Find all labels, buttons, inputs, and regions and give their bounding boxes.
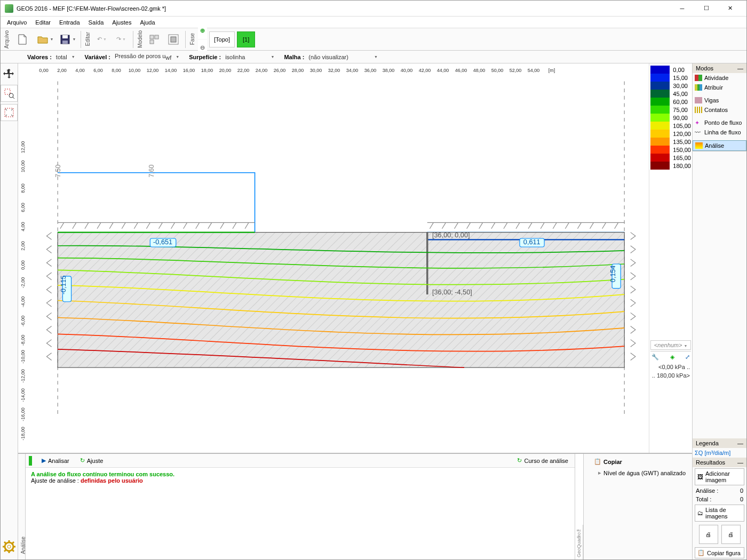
malha-label: Malha :	[284, 54, 304, 60]
legenda-head: Legenda—	[693, 438, 746, 448]
collapse-icon[interactable]: —	[737, 440, 743, 446]
svg-line-49	[442, 222, 446, 228]
message-body: A análise do fluxo contínuo terminou com…	[26, 468, 575, 559]
surpeficie-value[interactable]: isolinha	[223, 54, 247, 60]
legend-range-lo: <0,00 kPa ..	[650, 363, 691, 371]
svg-line-47	[245, 222, 249, 228]
new-file-button[interactable]	[12, 30, 33, 49]
settings-gear[interactable]	[1, 538, 18, 555]
resultados-head: Resultados—	[693, 458, 746, 467]
svg-point-13	[7, 545, 11, 548]
status-indicator	[29, 456, 32, 466]
svg-text:0,611: 0,611	[523, 239, 541, 246]
zoom-tool[interactable]	[1, 85, 18, 102]
collapse-icon[interactable]: —	[737, 65, 743, 71]
menu-editar[interactable]: Editar	[31, 18, 55, 27]
model-button-2[interactable]	[164, 30, 182, 49]
ruler-vertical: -18,00-16,00-14,00-12,00-10,00-8,00-6,00…	[18, 75, 33, 453]
color-legend: 0,0015,0030,0045,0060,0075,0090,00105,00…	[649, 63, 692, 453]
pan-tool[interactable]	[1, 66, 18, 83]
svg-line-63	[615, 222, 618, 228]
ruler-horizontal: 0,002,004,006,008,0010,0012,0014,0016,00…	[33, 63, 649, 75]
mode-vigas[interactable]: Vigas	[693, 95, 746, 105]
svg-rect-4	[155, 35, 158, 39]
malha-value[interactable]: (não visualizar)	[306, 54, 351, 60]
mode-linha-fluxo[interactable]: 〰Linha de fluxo	[693, 127, 746, 137]
svg-line-32	[60, 222, 64, 228]
mode-analise[interactable]: Análise	[693, 140, 746, 151]
svg-line-41	[171, 222, 175, 228]
svg-line-50	[455, 222, 458, 228]
redo-button[interactable]: ↷▼	[112, 30, 130, 49]
menu-saida[interactable]: Saída	[84, 18, 108, 27]
variavel-label: Variável :	[85, 54, 110, 60]
legenda-sigma: ΣQ [m³/dia/m]	[693, 448, 746, 458]
collapse-icon[interactable]: —	[737, 459, 743, 466]
valores-value[interactable]: total	[54, 54, 69, 60]
group-editar-label: Editar	[84, 30, 92, 48]
copiar-figura-button[interactable]: 📋 Copiar figura	[695, 547, 744, 558]
stage-topo[interactable]: [Topo]	[209, 31, 235, 47]
svg-line-45	[220, 222, 224, 228]
menu-ajustes[interactable]: Ajustes	[108, 18, 136, 27]
svg-point-9	[9, 93, 13, 98]
legend-tool-expand[interactable]: ⤢	[685, 354, 690, 361]
svg-rect-3	[150, 35, 154, 39]
svg-line-52	[479, 222, 483, 228]
analisar-button[interactable]: ▶Analisar	[38, 456, 73, 465]
legend-none-select[interactable]: <nenhum> ▼	[650, 340, 691, 350]
svg-line-36	[109, 222, 113, 228]
analise-tab-label: Análise	[19, 533, 27, 557]
undo-button[interactable]: ↶▼	[93, 30, 111, 49]
svg-line-44	[208, 222, 212, 228]
legend-range-hi: .. 180,00 kPa>	[650, 371, 691, 380]
menu-arquivo[interactable]: Arquivo	[3, 18, 31, 27]
valores-label: Valores :	[27, 54, 52, 60]
svg-rect-8	[5, 89, 10, 94]
svg-line-61	[590, 222, 594, 228]
save-file-button[interactable]: ▼	[57, 30, 78, 49]
svg-text:7,60: 7,60	[148, 164, 155, 177]
legend-tool-wrench[interactable]: 🔧	[651, 354, 659, 361]
adicionar-imagem-button[interactable]: 🖼 Adicionar imagem	[695, 468, 744, 485]
menu-bar: Arquivo Editar Entrada Saída Ajustes Aju…	[1, 17, 746, 28]
minimize-button[interactable]: ─	[670, 1, 694, 16]
menu-entrada[interactable]: Entrada	[55, 18, 84, 27]
surpeficie-label: Surpefície :	[189, 54, 221, 60]
fit-tool[interactable]	[1, 104, 18, 121]
svg-line-34	[85, 222, 89, 228]
copy-gwt-item[interactable]: ▸Nível de água (GWT) analizado	[591, 467, 692, 478]
mode-atribuir[interactable]: Atribuir	[693, 83, 746, 92]
ajuste-button[interactable]: ↻Ajuste	[77, 456, 107, 465]
group-fase-label: Fase	[188, 31, 196, 47]
window-title: GEO5 2016 - MEF [C:\FEM-Water-Flow\scree…	[17, 5, 670, 12]
open-file-button[interactable]: ▼	[34, 30, 55, 49]
mode-contatos[interactable]: Contatos	[693, 105, 746, 115]
print-button-1[interactable]: 🖨	[699, 525, 718, 544]
mode-atividade[interactable]: Atividade	[693, 73, 746, 83]
svg-line-19	[12, 550, 14, 551]
model-button-1[interactable]	[145, 30, 163, 49]
maximize-button[interactable]: ☐	[694, 1, 718, 16]
variavel-value[interactable]: Pressão de poros uwf	[113, 53, 173, 61]
print-button-2[interactable]: 🖨	[721, 525, 741, 544]
svg-text:[36,00; 0,00]: [36,00; 0,00]	[432, 231, 470, 239]
viewport[interactable]: 0,002,004,006,008,0010,0012,0014,0016,00…	[18, 63, 649, 453]
svg-line-46	[233, 222, 236, 228]
mode-ponto-fluxo[interactable]: ✦Ponto de fluxo	[693, 118, 746, 127]
svg-rect-7	[171, 37, 176, 42]
legend-tool-target[interactable]: ◈	[670, 354, 674, 361]
close-button[interactable]: ✕	[718, 1, 742, 16]
svg-rect-2	[62, 41, 68, 44]
curso-button[interactable]: ↻Curso de análise	[514, 456, 571, 465]
svg-line-51	[467, 222, 471, 228]
modos-head: Modos—	[693, 63, 746, 73]
stage-1[interactable]: [1]	[237, 31, 255, 47]
svg-text:[36,00; -4,50]: [36,00; -4,50]	[432, 289, 472, 296]
add-stage-button[interactable]: ⊕	[198, 23, 207, 39]
lista-imagens-button[interactable]: 🗂 Lista de imagens	[695, 505, 744, 522]
copy-panel: 📋Copiar ▸Nível de água (GWT) analizado	[591, 454, 692, 559]
svg-text:-0,115: -0,115	[60, 276, 67, 295]
svg-line-48	[430, 222, 433, 228]
menu-ajuda[interactable]: Ajuda	[136, 18, 159, 27]
